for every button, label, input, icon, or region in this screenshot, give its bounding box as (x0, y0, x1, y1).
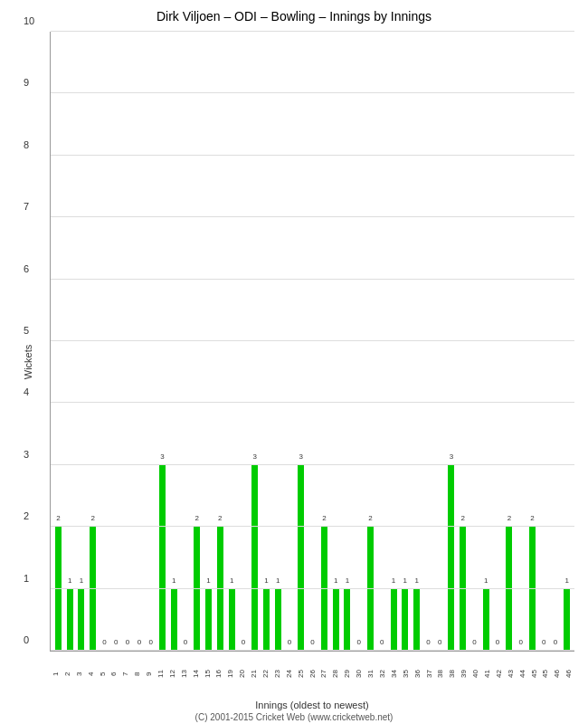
bar-value-label: 1 (334, 576, 337, 585)
bar: 3 (298, 465, 304, 651)
bar-value-label: 0 (438, 638, 441, 646)
bar-group: 1 (226, 32, 238, 651)
bar-group: 1 (76, 32, 88, 651)
bar-group: 3 (446, 32, 458, 651)
bar-group: 2 (87, 32, 99, 651)
grid-line (51, 340, 574, 341)
bar: 1 (564, 589, 570, 651)
bar-group: 3 (249, 32, 261, 651)
bar-group: 1 (411, 32, 422, 651)
bar-value-label: 2 (507, 514, 511, 522)
x-tick-label: 46 (563, 656, 574, 692)
bar-value-label: 2 (91, 514, 95, 522)
bar-group: 0 (492, 32, 504, 651)
x-tick-label: 1 (50, 656, 62, 692)
grid-line (51, 279, 574, 280)
bar-group: 0 (238, 32, 250, 651)
bar-value-label: 1 (68, 576, 71, 585)
x-tick-label: 11 (155, 656, 166, 692)
bar-group: 0 (515, 32, 526, 651)
bar-value-label: 0 (242, 638, 245, 646)
bar-value-label: 0 (518, 638, 522, 646)
bar-value-label: 3 (252, 452, 256, 461)
bar-group: 0 (550, 32, 562, 651)
x-tick-label: 13 (178, 656, 190, 692)
chart-area: 2112000003102121031103021102011100320102… (50, 32, 574, 652)
x-tick-label: 9 (143, 656, 155, 692)
copyright: (C) 2001-2015 Cricket Web (www.cricketwe… (0, 712, 588, 722)
bar-group: 0 (422, 32, 434, 651)
bar-value-label: 1 (276, 576, 280, 585)
x-tick-label: 39 (458, 656, 469, 692)
bar: 1 (275, 589, 281, 651)
bar-group: 0 (145, 32, 156, 651)
bar-value-label: 0 (356, 638, 360, 646)
x-tick-label: 3 (73, 656, 85, 692)
x-tick-label: 37 (423, 656, 435, 692)
chart-title: Dirk Viljoen – ODI – Bowling – Innings b… (0, 0, 588, 28)
y-tick-label: 7 (24, 201, 29, 212)
x-tick-label: 20 (236, 656, 248, 692)
bar-value-label: 0 (102, 638, 106, 646)
y-tick-label: 1 (24, 573, 29, 584)
x-tick-label: 46 (551, 656, 563, 692)
x-tick-label: 38 (434, 656, 446, 692)
y-tick-label: 9 (24, 77, 29, 88)
bar-value-label: 1 (206, 576, 210, 585)
x-tick-label: 8 (131, 656, 143, 692)
bar-value-label: 0 (496, 638, 499, 646)
bar-value-label: 0 (138, 638, 141, 646)
x-tick-label: 16 (213, 656, 224, 692)
bar-group: 0 (434, 32, 446, 651)
y-tick-label: 5 (24, 325, 29, 336)
x-tick-label: 45 (528, 656, 540, 692)
y-tick-label: 10 (24, 15, 34, 26)
x-tick-label: 15 (202, 656, 213, 692)
bar: 1 (229, 589, 235, 651)
x-tick-label: 28 (329, 656, 341, 692)
bar-group: 0 (99, 32, 110, 651)
x-tick-label: 12 (166, 656, 178, 692)
x-tick-label: 30 (353, 656, 365, 692)
bar-value-label: 0 (380, 638, 384, 646)
bar-group: 2 (457, 32, 469, 651)
bar: 3 (448, 465, 454, 651)
bar-value-label: 0 (426, 638, 430, 646)
grid-line (51, 588, 574, 589)
bar-group: 0 (469, 32, 480, 651)
y-tick-label: 4 (24, 386, 29, 397)
bar-value-label: 1 (80, 576, 83, 585)
bar-value-label: 3 (299, 452, 303, 461)
bar-group: 0 (122, 32, 134, 651)
bar: 1 (413, 589, 420, 651)
x-tick-label: 36 (412, 656, 423, 692)
bar: 1 (391, 589, 397, 651)
bar-group: 1 (203, 32, 214, 651)
bar-group: 3 (295, 32, 307, 651)
bar-group: 1 (168, 32, 180, 651)
y-tick-label: 6 (24, 263, 29, 274)
x-tick-label: 21 (248, 656, 260, 692)
bar: 1 (344, 589, 350, 651)
bar-group: 0 (353, 32, 365, 651)
bar-group: 0 (307, 32, 318, 651)
grid-line (51, 216, 574, 217)
grid-line (51, 402, 574, 403)
grid-line (51, 464, 574, 465)
y-axis-title: Wickets (23, 345, 33, 380)
x-tick-label: 26 (307, 656, 318, 692)
x-tick-label: 41 (481, 656, 493, 692)
bar: 1 (263, 589, 270, 651)
bar-value-label: 2 (195, 514, 199, 522)
bar-value-label: 1 (264, 576, 268, 585)
bar-value-label: 3 (450, 452, 453, 461)
bar-group: 0 (376, 32, 388, 651)
bar-value-label: 0 (114, 638, 118, 646)
x-tick-label: 25 (295, 656, 307, 692)
x-tick-label: 7 (119, 656, 131, 692)
bar-value-label: 1 (565, 576, 569, 585)
x-axis-title: Innings (oldest to newest) (50, 700, 574, 710)
bar: 1 (333, 589, 339, 651)
bar-group: 2 (365, 32, 376, 651)
x-tick-label: 24 (283, 656, 295, 692)
